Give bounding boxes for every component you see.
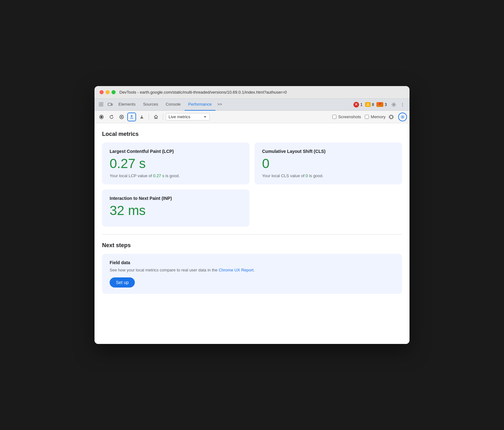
inp-label: Interaction to Next Paint (INP) (110, 196, 242, 201)
home-btn[interactable] (152, 113, 160, 121)
tab-console[interactable]: Console (162, 99, 185, 111)
warning-badge: ⚠ 8 (365, 102, 374, 107)
download-btn[interactable] (137, 113, 146, 121)
field-data-description: See how your local metrics compare to re… (110, 268, 394, 272)
svg-rect-1 (101, 102, 103, 104)
next-steps-card: Field data See how your local metrics co… (102, 254, 402, 294)
section-divider (102, 234, 402, 235)
lcp-label: Largest Contentful Paint (LCP) (110, 149, 242, 154)
svg-rect-5 (112, 104, 112, 105)
tab-sources[interactable]: Sources (139, 99, 162, 111)
svg-point-13 (402, 116, 403, 118)
traffic-lights (100, 90, 116, 94)
close-button[interactable] (100, 90, 104, 94)
svg-point-8 (100, 116, 103, 118)
metrics-grid: Largest Contentful Paint (LCP) 0.27 s Yo… (102, 142, 402, 227)
more-options-btn[interactable]: ⋮ (398, 100, 407, 109)
svg-rect-2 (99, 105, 101, 106)
browser-title: DevTools - earth.google.com/static/multi… (119, 90, 287, 95)
svg-rect-0 (99, 102, 101, 104)
error-count: ✕ (353, 102, 359, 108)
error-badge: ✕ 1 (353, 102, 363, 108)
svg-rect-4 (108, 103, 111, 106)
warning-icon: ⚠ (365, 102, 371, 107)
inp-value: 32 ms (110, 203, 242, 218)
svg-rect-3 (101, 105, 103, 106)
info-badge: 🚩 3 (376, 102, 387, 107)
browser-window: DevTools - earth.google.com/static/multi… (94, 86, 410, 344)
clear-btn[interactable] (117, 113, 126, 121)
devtools-tab-bar: Elements Sources Console Performance >> … (94, 99, 410, 111)
toolbar-divider-1 (149, 114, 149, 120)
lcp-value: 0.27 s (110, 156, 242, 171)
svg-rect-12 (390, 115, 392, 119)
cls-description: Your local CLS value of 0 is good. (262, 173, 394, 178)
lcp-description: Your local LCP value of 0.27 s is good. (110, 173, 242, 178)
live-metrics-dropdown[interactable]: Live metrics (166, 113, 210, 120)
next-steps-title: Next steps (102, 242, 402, 249)
tab-elements[interactable]: Elements (115, 99, 139, 111)
title-bar: DevTools - earth.google.com/static/multi… (94, 86, 410, 99)
record-btn[interactable] (97, 113, 106, 121)
memory-checkbox-label[interactable]: Memory (365, 114, 386, 119)
screenshots-checkbox[interactable] (332, 115, 336, 119)
cls-value: 0 (262, 156, 394, 171)
inp-card: Interaction to Next Paint (INP) 32 ms (102, 189, 249, 227)
memory-checkbox[interactable] (365, 115, 369, 119)
device-toolbar-btn[interactable] (106, 100, 115, 109)
minimize-button[interactable] (106, 90, 110, 94)
inspect-element-btn[interactable] (97, 100, 106, 109)
maximize-button[interactable] (112, 90, 116, 94)
reload-record-btn[interactable] (107, 113, 116, 121)
lcp-card: Largest Contentful Paint (LCP) 0.27 s Yo… (102, 142, 249, 184)
chrome-ux-report-link[interactable]: Chrome UX Report (219, 268, 254, 272)
local-metrics-title: Local metrics (102, 131, 402, 137)
svg-point-6 (393, 104, 395, 105)
toolbar-divider-2 (163, 114, 163, 120)
cpu-profile-btn[interactable] (387, 113, 396, 121)
tab-performance[interactable]: Performance (185, 99, 215, 111)
field-data-label: Field data (110, 260, 394, 265)
cls-card: Cumulative Layout Shift (CLS) 0 Your loc… (255, 142, 402, 184)
cls-label: Cumulative Layout Shift (CLS) (262, 149, 394, 154)
screenshots-checkbox-label[interactable]: Screenshots (332, 114, 361, 119)
setup-button[interactable]: Set up (110, 277, 135, 288)
tab-more[interactable]: >> (215, 99, 224, 111)
devtools-content: Local metrics Largest Contentful Paint (… (94, 123, 410, 344)
performance-toolbar: Live metrics Screenshots Memory (94, 111, 410, 123)
perf-settings-btn[interactable] (398, 113, 407, 121)
info-icon: 🚩 (376, 102, 383, 107)
settings-btn[interactable] (389, 100, 398, 109)
upload-btn[interactable] (127, 113, 136, 121)
